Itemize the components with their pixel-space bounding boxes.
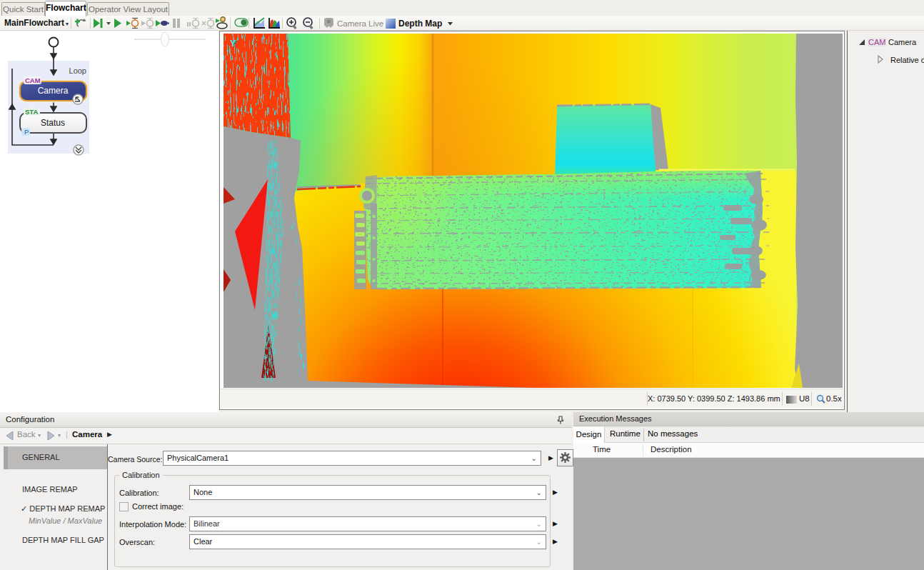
svg-text:CAM: CAM xyxy=(25,76,41,84)
svg-text:Status: Status xyxy=(41,118,65,128)
svg-text:Camera Live: Camera Live xyxy=(337,19,383,28)
svg-text:P: P xyxy=(24,128,29,136)
svg-text:STA: STA xyxy=(25,108,38,116)
svg-text:Depth Map: Depth Map xyxy=(398,19,442,29)
svg-text:Y: Y xyxy=(230,38,236,49)
svg-text:Camera: Camera xyxy=(38,86,69,96)
svg-text:Loop: Loop xyxy=(69,66,86,75)
